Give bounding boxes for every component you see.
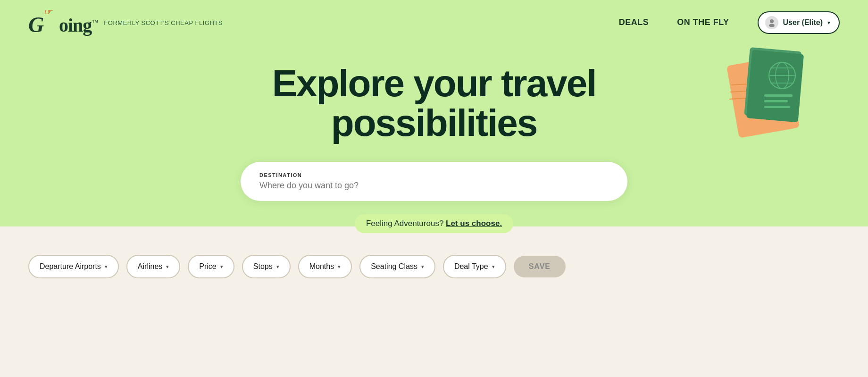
search-label: DESTINATION bbox=[259, 172, 609, 178]
deals-nav-link[interactable]: DEALS bbox=[619, 17, 649, 27]
svg-text:☞: ☞ bbox=[43, 10, 53, 17]
price-chevron-icon: ▾ bbox=[220, 264, 223, 270]
months-label: Months bbox=[309, 262, 334, 271]
on-the-fly-nav-link[interactable]: ON THE FLY bbox=[677, 17, 729, 27]
departure-airports-chevron-icon: ▾ bbox=[105, 264, 108, 270]
price-label: Price bbox=[199, 262, 216, 271]
departure-airports-filter[interactable]: Departure Airports ▾ bbox=[28, 255, 119, 278]
hero-section: ☞ G oing™ FORMERLY SCOTT'S CHEAP FLIGHTS… bbox=[0, 0, 868, 226]
going-logo: ☞ G oing™ bbox=[28, 8, 98, 36]
filter-section: Departure Airports ▾ Airlines ▾ Price ▾ … bbox=[0, 226, 868, 278]
deal-type-filter[interactable]: Deal Type ▾ bbox=[443, 255, 506, 278]
svg-rect-19 bbox=[764, 94, 793, 97]
adventurous-section: Feeling Adventurous? Let us choose. bbox=[355, 214, 513, 233]
trademark-symbol: ™ bbox=[92, 18, 98, 26]
price-filter[interactable]: Price ▾ bbox=[188, 255, 234, 278]
svg-text:G: G bbox=[28, 13, 44, 35]
formerly-label: FORMERLY SCOTT'S CHEAP FLIGHTS bbox=[104, 18, 223, 27]
navbar-right: DEALS ON THE FLY User (Elite) ▾ bbox=[619, 11, 840, 34]
months-filter[interactable]: Months ▾ bbox=[298, 255, 352, 278]
adventurous-text: Feeling Adventurous? bbox=[366, 219, 443, 228]
deal-type-chevron-icon: ▾ bbox=[492, 264, 495, 270]
user-avatar-icon bbox=[765, 16, 778, 29]
travel-illustration bbox=[717, 38, 811, 142]
months-chevron-icon: ▾ bbox=[338, 264, 341, 270]
save-button[interactable]: SAVE bbox=[514, 256, 566, 277]
svg-point-3 bbox=[769, 24, 775, 27]
stops-filter[interactable]: Stops ▾ bbox=[242, 255, 291, 278]
user-name-label: User (Elite) bbox=[783, 18, 823, 27]
search-box[interactable]: DESTINATION bbox=[241, 162, 627, 201]
seating-class-label: Seating Class bbox=[371, 262, 417, 271]
airlines-label: Airlines bbox=[138, 262, 162, 271]
airlines-chevron-icon: ▾ bbox=[166, 264, 169, 270]
stops-label: Stops bbox=[253, 262, 273, 271]
hero-title: Explore your travel possibilities bbox=[175, 64, 693, 143]
deal-type-label: Deal Type bbox=[454, 262, 488, 271]
let-us-choose-link[interactable]: Let us choose. bbox=[446, 219, 502, 228]
svg-rect-13 bbox=[746, 50, 804, 122]
destination-search-input[interactable] bbox=[259, 181, 609, 191]
stops-chevron-icon: ▾ bbox=[276, 264, 279, 270]
lower-section: Departure Airports ▾ Airlines ▾ Price ▾ … bbox=[0, 226, 868, 377]
navbar: ☞ G oing™ FORMERLY SCOTT'S CHEAP FLIGHTS… bbox=[0, 0, 868, 45]
airlines-filter[interactable]: Airlines ▾ bbox=[126, 255, 180, 278]
logo-area[interactable]: ☞ G oing™ FORMERLY SCOTT'S CHEAP FLIGHTS bbox=[28, 8, 223, 36]
user-menu-chevron-icon: ▾ bbox=[827, 19, 830, 26]
svg-rect-21 bbox=[764, 106, 790, 108]
navbar-left: ☞ G oing™ FORMERLY SCOTT'S CHEAP FLIGHTS bbox=[28, 8, 223, 36]
departure-airports-label: Departure Airports bbox=[40, 262, 101, 271]
seating-class-filter[interactable]: Seating Class ▾ bbox=[359, 255, 435, 278]
seating-class-chevron-icon: ▾ bbox=[421, 264, 424, 270]
user-menu-button[interactable]: User (Elite) ▾ bbox=[758, 11, 840, 34]
adventurous-badge: Feeling Adventurous? Let us choose. bbox=[355, 214, 513, 233]
formerly-text: FORMERLY SCOTT'S CHEAP FLIGHTS bbox=[104, 19, 223, 26]
page-wrapper: ☞ G oing™ FORMERLY SCOTT'S CHEAP FLIGHTS… bbox=[0, 0, 868, 377]
svg-point-2 bbox=[770, 19, 774, 23]
svg-rect-20 bbox=[764, 100, 788, 102]
